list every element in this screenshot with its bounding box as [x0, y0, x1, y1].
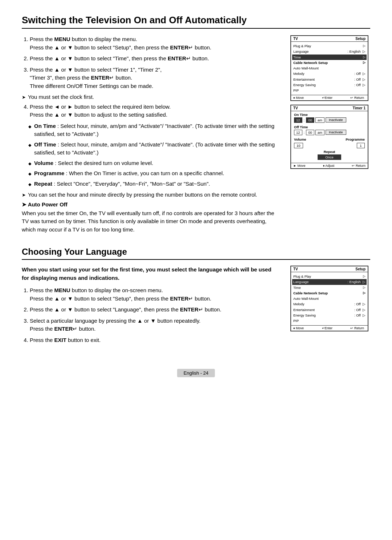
s2-step-4: Press the EXIT button to exit. [30, 336, 279, 344]
s2-menu-bold-1: MENU [54, 287, 70, 293]
bullet-programme-text: Programme : When the On Timer is active,… [34, 169, 224, 178]
off-inactivate-btn[interactable]: Inactivate [326, 130, 346, 135]
tv-label-2: TV [293, 267, 298, 271]
on-min-box[interactable]: 00 [306, 117, 314, 123]
timer-tv-label: TV [293, 106, 298, 110]
menu-bold-1: MENU [54, 36, 70, 42]
bullet-off-time: ◆ Off Time : Select hour, minute, am/pm … [28, 141, 279, 157]
bullet-repeat-text: Repeat : Select "Once", "Everyday", "Mon… [34, 180, 210, 188]
volume-label: Volume [294, 137, 306, 141]
section1-content: Press the MENU button to display the men… [22, 35, 370, 234]
step-2: Press the ▲ or ▼ button to select "Time"… [30, 55, 279, 63]
section2-steps: Press the MENU button to display the on-… [22, 286, 279, 344]
diamond-5: ◆ [28, 181, 31, 188]
section2-title: Choosing Your Language [22, 247, 370, 260]
bullet-volume: ◆ Volume : Select the desired turn on vo… [28, 159, 279, 168]
section1: Switching the Television On and Off Auto… [22, 15, 370, 234]
tv2-row-melody: Melody : Off ▷ [293, 301, 366, 307]
bullet-programme: ◆ Programme : When the On Timer is activ… [28, 169, 279, 178]
volume-bold: Volume [34, 160, 53, 166]
bullet-repeat: ◆ Repeat : Select "Once", "Everyday", "M… [28, 180, 279, 188]
arrow-icon-3: ➤ [22, 201, 26, 207]
tv-row-cable: Cable Network Setup ▷ [293, 60, 366, 65]
auto-power-text: When you set the timer On, the TV will e… [22, 209, 279, 234]
tv-row-plug-play: Plug & Play ▷ [293, 43, 366, 49]
step-1: Press the MENU button to display the men… [30, 35, 279, 52]
step-4: Press the ◄ or ► button to select the re… [30, 103, 279, 119]
volume-programme-vals: 10 1 [294, 143, 365, 148]
section1-right: TV Setup Plug & Play ▷ Language : Englis… [290, 35, 370, 169]
repeat-section: Repeat Once [294, 150, 365, 161]
tv-setup-label-2: Setup [355, 267, 366, 271]
section2-right: TV Setup Plug & Play ▷ Language : Englis… [290, 266, 370, 335]
section1-steps: Press the MENU button to display the men… [22, 35, 279, 90]
tv2-row-time: Time ▷ [293, 285, 366, 290]
timer-header: TV Timer 1 [291, 105, 368, 111]
timer-footer: ► Move ♦ Adjust ↩ Return [291, 163, 368, 168]
diamond-2: ◆ [28, 142, 31, 148]
tv-header-2: TV Setup [291, 266, 368, 272]
tv-setup-screen-2: TV Setup Plug & Play ▷ Language : Englis… [290, 266, 368, 331]
tv2-row-wall-mount: Auto Wall-Mount [293, 296, 366, 301]
tv2-row-entertainment: Entertainment : Off ▷ [293, 307, 366, 313]
on-hour-box[interactable]: 12 [294, 117, 302, 123]
section2-intro: When you start using your set for the fi… [22, 266, 279, 282]
programme-val-box[interactable]: 1 [357, 143, 365, 148]
s2-enter-icon-2: ↵ [199, 306, 203, 313]
tv-setup-label-1: Setup [355, 37, 366, 41]
off-min-box[interactable]: 00 [306, 130, 314, 135]
timer-title: Timer 1 [353, 106, 366, 110]
arrow-note-2: ➤ You can set the hour and minute direct… [22, 191, 279, 199]
enter-icon-2: ↵ [186, 55, 191, 61]
on-time-bold: On Time [34, 123, 56, 129]
tv-row-melody: Melody : Off ▷ [293, 71, 366, 76]
tv-label-1: TV [293, 37, 298, 41]
step-3: Press the ▲ or ▼ button to select "Timer… [30, 66, 279, 90]
timer-body: On Time 12 : 00 am Inactivate Off Time 1… [291, 111, 368, 163]
repeat-val[interactable]: Once [318, 154, 341, 160]
bullet-on-time: ◆ On Time : Select hour, minute, am/pm a… [28, 122, 279, 138]
tv2-row-energy: Energy Saving : Off ▷ [293, 313, 366, 318]
off-ampm-box[interactable]: am [315, 130, 324, 135]
bullet-list: ◆ On Time : Select hour, minute, am/pm a… [28, 122, 279, 188]
s2-step-3: Select a particular language by pressing… [30, 317, 279, 333]
on-inactivate-btn[interactable]: Inactivate [326, 117, 346, 122]
on-time-controls: 12 : 00 am Inactivate [294, 117, 365, 123]
tv-row-entertainment: Entertainment : Off ▷ [293, 77, 366, 82]
s2-enter-icon-1: ↵ [188, 295, 193, 302]
tv2-row-pip: PIP [293, 318, 366, 323]
bullet-on-time-text: On Time : Select hour, minute, am/pm and… [34, 122, 279, 138]
bullet-volume-text: Volume : Select the desired turn on volu… [34, 159, 153, 168]
section1-left: Press the MENU button to display the men… [22, 35, 279, 234]
enter-icon-3: ↵ [109, 74, 114, 81]
s2-enter-bold-2: ENTER [180, 306, 199, 313]
page-footer: English - 24 [22, 369, 370, 377]
tv-footer-1: ♦ Move ↵Enter ↩ Return [291, 95, 368, 100]
diamond-4: ◆ [28, 171, 31, 177]
programme-label: Programme [346, 137, 365, 141]
timer-screen: TV Timer 1 On Time 12 : 00 am Inactivate… [290, 105, 368, 169]
enter-icon-1: ↵ [188, 44, 193, 51]
off-time-bold: Off Time [34, 141, 56, 148]
s2-exit-bold: EXIT [54, 337, 66, 343]
tv2-row-language: Language : English ▷ [292, 279, 367, 285]
auto-power-title: ➤ Auto Power Off [22, 201, 279, 208]
on-ampm-box[interactable]: am [315, 117, 324, 123]
repeat-label: Repeat [294, 150, 365, 154]
enter-bold-3: ENTER [91, 74, 110, 81]
diamond-3: ◆ [28, 161, 31, 167]
off-hour-box[interactable]: 12 [294, 130, 302, 135]
volume-val-box[interactable]: 10 [294, 143, 303, 148]
section2-left: When you start using your set for the fi… [22, 266, 279, 347]
tv-row-language: Language : English ▷ [293, 49, 366, 54]
off-time-label: Off Time [294, 125, 365, 129]
diamond-1: ◆ [28, 124, 31, 130]
on-time-label: On Time [294, 113, 365, 117]
tv-body-2: Plug & Play ▷ Language : English ▷ Time … [291, 272, 368, 325]
volume-programme-row: Volume Programme [294, 137, 365, 141]
arrow-text-1: You must set the clock first. [28, 93, 94, 101]
tv-footer-2: ♦ Move ↵Enter ↩ Return [291, 325, 368, 331]
bullet-off-time-text: Off Time : Select hour, minute, am/pm an… [34, 141, 279, 157]
section1-title: Switching the Television On and Off Auto… [22, 15, 370, 29]
arrow-icon-2: ➤ [22, 192, 26, 199]
